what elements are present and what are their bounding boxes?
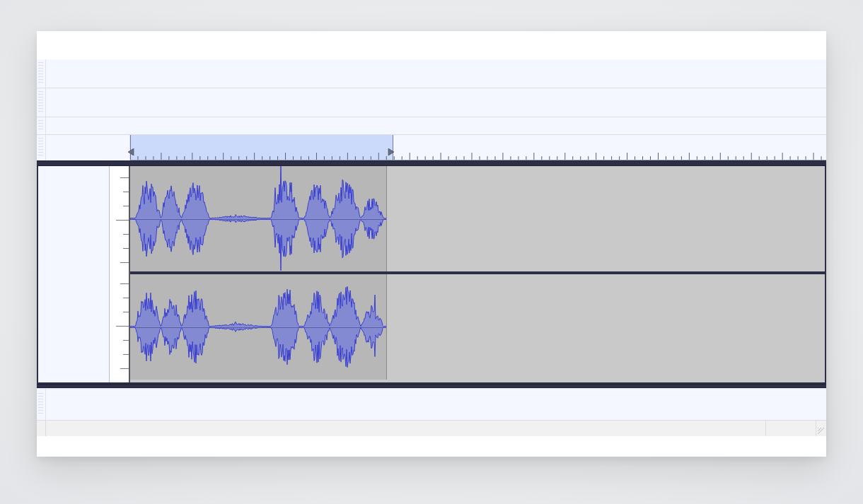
amplitude-scale xyxy=(110,166,130,382)
timeline-ruler[interactable] xyxy=(37,134,826,160)
dock-grip-icon[interactable] xyxy=(37,389,46,420)
status-bar xyxy=(37,420,826,436)
panel-strip-3 xyxy=(37,117,826,134)
toolbar-area xyxy=(37,31,826,59)
audio-editor-window xyxy=(37,31,826,457)
audio-clip[interactable] xyxy=(130,166,387,271)
audio-clip[interactable] xyxy=(130,274,387,380)
dock-grip-icon[interactable] xyxy=(37,88,46,117)
channel-right[interactable] xyxy=(130,274,825,380)
dock-grip-icon[interactable] xyxy=(37,135,46,160)
channel-left[interactable] xyxy=(130,166,825,271)
frame-separator xyxy=(37,160,826,166)
ruler-ticks[interactable] xyxy=(130,135,826,160)
panel-strip-1 xyxy=(37,59,826,88)
panel-strip-bottom xyxy=(37,388,826,420)
waveform-viewport[interactable] xyxy=(130,166,825,382)
panel-strip-2 xyxy=(37,88,826,117)
resize-grip-icon[interactable] xyxy=(816,421,826,436)
dock-grip-icon[interactable] xyxy=(37,117,46,134)
track-area[interactable] xyxy=(37,166,826,384)
dock-grip-icon[interactable] xyxy=(37,59,46,88)
status-message xyxy=(46,421,765,436)
track-control-panel[interactable] xyxy=(38,166,110,382)
